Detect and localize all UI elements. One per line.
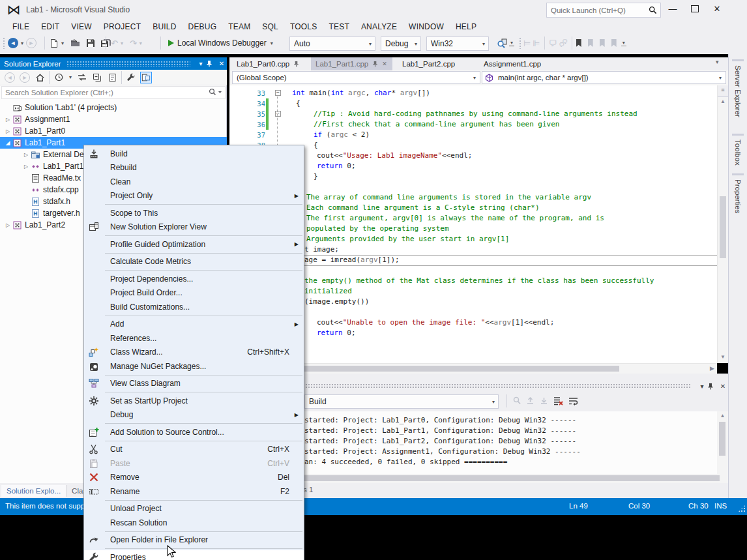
solution-explorer-titlebar[interactable]: Solution Explorer ▾ ✕ [0, 57, 227, 70]
expander-collapsed-icon[interactable]: ▷ [22, 152, 30, 158]
side-tab-properties[interactable]: Properties [732, 173, 744, 217]
toolbar-grip-2[interactable] [519, 37, 521, 49]
se-back-icon[interactable]: ► [4, 72, 16, 83]
menu-item-add-solution-to-source-control[interactable]: Add Solution to Source Control... [84, 425, 304, 439]
side-tab-server-explorer[interactable]: Server Explorer [732, 59, 744, 121]
resize-grip[interactable] [738, 505, 746, 512]
menu-item-add[interactable]: Add▶ [84, 317, 304, 332]
solution-config-combo-auto[interactable]: Auto▾ [289, 37, 375, 51]
menu-item-rename[interactable]: RenameF2 [84, 484, 304, 499]
menu-item-scope-to-this[interactable]: Scope to This [84, 206, 304, 220]
debug-target-label[interactable]: Local Windows Debugger [177, 38, 267, 48]
find-dropdown-icon[interactable]: ▾ [509, 40, 514, 46]
menu-item-new-solution-explorer-view[interactable]: New Solution Explorer View [84, 220, 304, 235]
find-message-icon[interactable] [512, 396, 521, 405]
menu-item-unload-project[interactable]: Unload Project [84, 502, 304, 516]
member-dropdown[interactable]: main(int argc, char * argv[])▾ [482, 71, 726, 84]
editor-tab-lab1-part0-cpp[interactable]: Lab1_Part0.cpp [232, 57, 304, 70]
navigate-back-button[interactable]: ◄ [8, 38, 18, 48]
clear-all-icon[interactable] [553, 396, 563, 405]
menubar-item-build[interactable]: BUILD [147, 20, 182, 33]
expander-collapsed-icon[interactable]: ▷ [22, 164, 30, 169]
split-editor-handle[interactable]: ≡ [718, 85, 728, 97]
editor-tab-assignment1-cpp[interactable]: Assignment1.cpp [479, 57, 551, 70]
menu-item-clean[interactable]: Clean [84, 175, 304, 189]
solution-platform-combo[interactable]: Win32▾ [426, 37, 489, 51]
menu-item-debug[interactable]: Debug▶ [84, 408, 304, 422]
scroll-right-icon[interactable]: ▶ [710, 365, 714, 372]
menu-item-class-wizard[interactable]: Class Wizard...Ctrl+Shift+X [84, 346, 304, 360]
scrollbar-thumb-h[interactable] [304, 366, 619, 372]
scroll-up-icon[interactable]: ▲ [718, 97, 728, 106]
menu-item-profile-guided-optimization[interactable]: Profile Guided Optimization▶ [84, 237, 304, 252]
collapse-all-icon[interactable] [91, 72, 103, 83]
maximize-button[interactable] [684, 0, 705, 17]
undo-dropdown-icon[interactable]: ▾ [119, 40, 124, 46]
menubar-item-analyze[interactable]: ANALYZE [355, 20, 403, 33]
menubar-item-window[interactable]: WINDOW [403, 20, 450, 33]
output-pin-icon[interactable] [707, 383, 718, 390]
menu-item-paste[interactable]: PasteCtrl+V [84, 456, 304, 471]
tree-item-lab1-part0[interactable]: ▷Lab1_Part0 [0, 125, 227, 137]
se-forward-icon[interactable]: ► [19, 72, 31, 83]
indent-increase-icon[interactable]: ⊫ [533, 38, 540, 48]
switch-views-icon[interactable] [76, 72, 88, 83]
expander-expanded-icon[interactable]: ◢ [4, 140, 12, 146]
menu-item-remove[interactable]: RemoveDel [84, 471, 304, 485]
side-tab-toolbox[interactable]: Toolbox [732, 134, 744, 169]
new-file-icon[interactable] [50, 38, 59, 48]
show-output-from-combo[interactable]: Build▾ [304, 394, 499, 409]
output-vertical-scrollbar[interactable]: ▲ [717, 411, 728, 474]
menu-item-project-dependencies[interactable]: Project Dependencies... [84, 272, 304, 286]
scrollbar-thumb[interactable] [720, 196, 726, 258]
menu-item-properties[interactable]: Properties [84, 550, 304, 560]
redo-icon[interactable]: ↷ [130, 38, 137, 48]
tree-item-solution-lab1-4-projects[interactable]: Solution 'Lab1' (4 projects) [0, 102, 227, 113]
home-icon[interactable] [34, 72, 46, 83]
expander-collapsed-icon[interactable]: ▷ [4, 117, 12, 123]
menubar-item-edit[interactable]: EDIT [35, 20, 65, 33]
menubar-item-file[interactable]: FILE [7, 20, 35, 33]
solution-explorer-search-input[interactable]: Search Solution Explorer (Ctrl+;) [1, 86, 226, 99]
menu-item-manage-nuget-packages[interactable]: Manage NuGet Packages... [84, 359, 304, 374]
pin-icon[interactable] [372, 61, 378, 67]
debug-target-dropdown-icon[interactable]: ▾ [269, 40, 274, 46]
scope-dropdown[interactable]: (Global Scope)▾ [232, 71, 480, 84]
expander-collapsed-icon[interactable]: ▷ [4, 128, 12, 134]
redo-dropdown-icon[interactable]: ▾ [138, 40, 143, 46]
pin-icon[interactable] [206, 60, 216, 67]
close-icon[interactable]: ✕ [216, 60, 227, 67]
properties-pages-icon[interactable] [106, 72, 118, 83]
menu-item-build[interactable]: Build [84, 147, 304, 161]
close-tab-icon[interactable]: ✕ [382, 61, 387, 67]
start-debug-icon[interactable] [168, 40, 174, 46]
find-in-files-icon[interactable] [497, 38, 507, 48]
menu-item-references[interactable]: References... [84, 331, 304, 346]
save-icon[interactable] [86, 38, 95, 48]
menu-item-set-as-startup-project[interactable]: Set as StartUp Project [84, 394, 304, 408]
menubar-item-team[interactable]: TEAM [222, 20, 256, 33]
solution-config-combo-debug[interactable]: Debug▾ [381, 37, 421, 51]
expander-collapsed-icon[interactable]: ▷ [4, 222, 12, 228]
navigate-forward-button[interactable]: ► [26, 38, 37, 48]
menubar-item-test[interactable]: TEST [323, 20, 355, 33]
sync-active-document-icon[interactable] [53, 72, 65, 83]
output-window-position-icon[interactable]: ▾ [697, 383, 707, 390]
next-message-icon[interactable] [540, 397, 548, 405]
menu-item-calculate-code-metrics[interactable]: Calculate Code Metrics [84, 255, 304, 269]
dock-tab-solution-explo[interactable]: Solution Explo... [1, 485, 66, 497]
menu-item-cut[interactable]: CutCtrl+X [84, 443, 304, 457]
menubar-item-tools[interactable]: TOOLS [284, 20, 323, 33]
new-file-dropdown-icon[interactable]: ▾ [60, 40, 65, 46]
menu-item-project-build-order[interactable]: Project Build Order... [84, 286, 304, 301]
quick-launch-input[interactable]: Quick Launch (Ctrl+Q) [546, 3, 661, 18]
toolbar-overflow-icon[interactable]: ▾ [621, 40, 626, 46]
menu-item-project-only[interactable]: Project Only▶ [84, 189, 304, 203]
menubar-item-project[interactable]: PROJECT [98, 20, 147, 33]
toolbar-grip[interactable] [3, 37, 5, 49]
output-close-icon[interactable]: ✕ [718, 383, 728, 390]
pin-icon[interactable] [293, 61, 299, 67]
scroll-down-icon[interactable]: ▼ [718, 353, 728, 362]
output-scrollbar-thumb-h[interactable] [302, 475, 720, 481]
output-scroll-up-icon[interactable]: ▲ [717, 411, 728, 420]
